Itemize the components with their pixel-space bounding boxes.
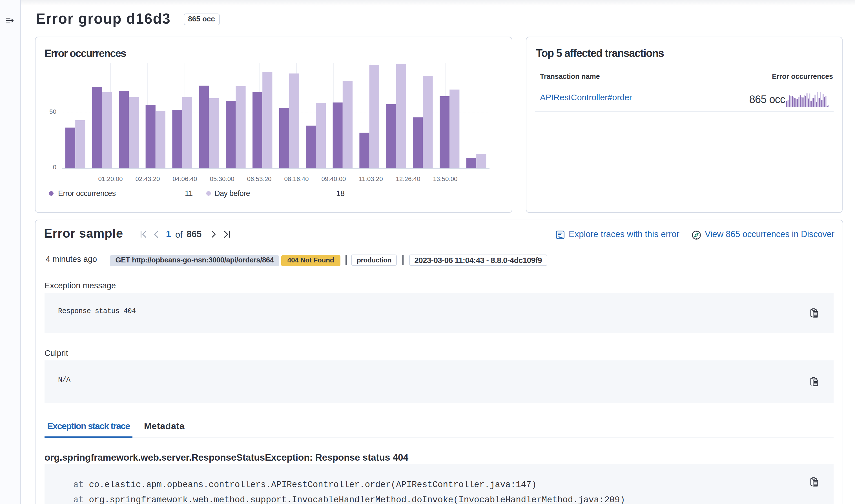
svg-text:Error occurrences: Error occurrences xyxy=(58,189,116,197)
svg-text:18: 18 xyxy=(336,189,345,197)
svg-text:13:50:00: 13:50:00 xyxy=(433,175,457,182)
svg-text:12:26:40: 12:26:40 xyxy=(396,175,420,182)
svg-text:06:53:20: 06:53:20 xyxy=(247,175,272,182)
svg-text:50: 50 xyxy=(49,108,56,115)
svg-text:05:30:00: 05:30:00 xyxy=(210,175,234,182)
svg-text:02:43:20: 02:43:20 xyxy=(135,175,160,182)
svg-text:01:20:00: 01:20:00 xyxy=(98,175,123,182)
svg-text:Day before: Day before xyxy=(214,189,250,197)
svg-text:11: 11 xyxy=(185,189,193,197)
svg-text:0: 0 xyxy=(53,163,56,170)
svg-text:04:06:40: 04:06:40 xyxy=(173,175,197,182)
svg-text:11:03:20: 11:03:20 xyxy=(359,175,383,182)
svg-text:08:16:40: 08:16:40 xyxy=(284,175,309,182)
svg-text:09:40:00: 09:40:00 xyxy=(321,175,346,182)
